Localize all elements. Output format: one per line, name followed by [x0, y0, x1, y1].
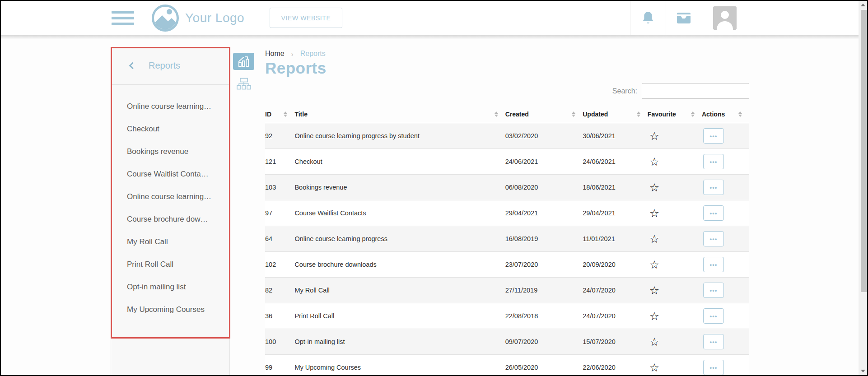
sidebar-item-report[interactable]: Online course learning…	[111, 95, 229, 118]
column-header-favourite[interactable]: Favourite	[648, 107, 702, 123]
chart-view-button[interactable]	[233, 53, 254, 70]
sidebar-back-header[interactable]: Reports	[111, 47, 229, 85]
breadcrumb-home-link[interactable]: Home	[265, 50, 285, 58]
row-actions-button[interactable]: •••	[703, 205, 724, 221]
sidebar-item-report[interactable]: Print Roll Call	[111, 253, 229, 276]
favourite-star-icon[interactable]: ☆	[649, 233, 659, 245]
cell-id: 36	[265, 303, 294, 329]
sidebar-item-report[interactable]: Bookings revenue	[111, 140, 229, 163]
sidebar-item-report[interactable]: My Upcoming Courses	[111, 298, 229, 321]
cell-favourite: ☆	[648, 252, 702, 278]
favourite-star-icon[interactable]: ☆	[649, 208, 659, 219]
cell-title: Opt-in mailing list	[294, 329, 505, 355]
sort-arrows-icon[interactable]	[691, 111, 695, 117]
notifications-button[interactable]	[630, 1, 666, 35]
table-row: 121Checkout24/06/202124/06/2021☆•••	[265, 149, 749, 175]
chevron-left-icon	[129, 62, 136, 70]
cell-created: 23/07/2020	[505, 252, 583, 278]
cell-updated: 11/01/2021	[583, 226, 648, 252]
column-label: Favourite	[648, 111, 676, 118]
cell-actions: •••	[702, 175, 749, 200]
cell-actions: •••	[702, 329, 749, 355]
favourite-star-icon[interactable]: ☆	[649, 156, 659, 167]
row-actions-button[interactable]: •••	[703, 334, 724, 349]
table-body: 92Online course learning progress by stu…	[265, 123, 749, 376]
sidebar-item-report[interactable]: My Roll Call	[111, 231, 229, 253]
cell-created: 16/08/2019	[505, 226, 583, 252]
cell-title: Checkout	[294, 149, 505, 175]
cell-updated: 24/07/2020	[583, 303, 648, 329]
cell-title: Online course learning progress	[294, 226, 505, 252]
cell-actions: •••	[702, 226, 749, 252]
scroll-up-button[interactable]	[859, 1, 867, 9]
cell-favourite: ☆	[648, 355, 702, 376]
cell-favourite: ☆	[648, 149, 702, 175]
cell-actions: •••	[702, 149, 749, 175]
sort-arrows-icon[interactable]	[572, 111, 575, 117]
row-actions-button[interactable]: •••	[703, 360, 724, 375]
table-row: 82My Roll Call27/11/201924/07/2020☆•••	[265, 278, 749, 303]
favourite-star-icon[interactable]: ☆	[649, 285, 659, 296]
hamburger-menu-icon[interactable]	[112, 11, 134, 25]
column-header-created[interactable]: Created	[505, 107, 583, 123]
sidebar-item-report[interactable]: Course brochure dow…	[111, 208, 229, 231]
cell-created: 29/04/2021	[505, 200, 583, 226]
app-window: Your Logo VIEW WEBSITE	[0, 0, 868, 376]
table-row: 64Online course learning progress16/08/2…	[265, 226, 749, 252]
row-actions-button[interactable]: •••	[703, 128, 724, 144]
cell-id: 64	[265, 226, 294, 252]
cell-updated: 30/06/2021	[583, 123, 648, 149]
bell-icon	[642, 11, 654, 25]
cell-actions: •••	[702, 252, 749, 278]
sort-arrows-icon[interactable]	[495, 111, 498, 117]
sort-arrows-icon[interactable]	[637, 111, 640, 117]
row-actions-button[interactable]: •••	[703, 180, 724, 195]
favourite-star-icon[interactable]: ☆	[649, 259, 659, 270]
sidebar-item-report[interactable]: Opt-in mailing list	[111, 276, 229, 298]
row-actions-button[interactable]: •••	[703, 154, 724, 169]
view-toggle-rail	[233, 53, 254, 90]
row-actions-button[interactable]: •••	[703, 257, 724, 272]
scrollbar-thumb[interactable]	[861, 10, 867, 292]
vertical-scrollbar[interactable]	[859, 1, 867, 375]
cell-title: My Upcoming Courses	[294, 355, 505, 376]
cell-actions: •••	[702, 123, 749, 149]
sidebar-item-report[interactable]: Course Waitlist Conta…	[111, 163, 229, 186]
scroll-down-button[interactable]	[859, 367, 867, 375]
sitemap-view-button[interactable]	[237, 78, 251, 90]
cell-favourite: ☆	[648, 226, 702, 252]
logo[interactable]: Your Logo	[151, 4, 244, 32]
favourite-star-icon[interactable]: ☆	[649, 311, 659, 322]
breadcrumb-current: Reports	[300, 50, 326, 58]
column-header-actions[interactable]: Actions	[702, 107, 749, 123]
breadcrumb-separator-icon: ›	[291, 50, 294, 58]
favourite-star-icon[interactable]: ☆	[649, 336, 659, 348]
sidebar-item-report[interactable]: Online course learning…	[111, 186, 229, 208]
favourite-star-icon[interactable]: ☆	[649, 182, 659, 193]
cell-title: Course brochure downloads	[294, 252, 505, 278]
cell-actions: •••	[702, 303, 749, 329]
sidebar-item-report[interactable]: Checkout	[111, 118, 229, 140]
cell-id: 82	[265, 278, 294, 303]
table-row: 99My Upcoming Courses26/05/202022/06/202…	[265, 355, 749, 376]
inbox-button[interactable]	[666, 1, 701, 35]
cell-id: 103	[265, 175, 294, 200]
sidebar-report-list: Online course learning…CheckoutBookings …	[111, 85, 229, 321]
row-actions-button[interactable]: •••	[703, 308, 724, 324]
cell-actions: •••	[702, 200, 749, 226]
favourite-star-icon[interactable]: ☆	[649, 362, 659, 373]
column-label: Created	[505, 111, 529, 118]
column-header-updated[interactable]: Updated	[583, 107, 648, 123]
row-actions-button[interactable]: •••	[703, 231, 724, 246]
sort-arrows-icon[interactable]	[284, 111, 287, 117]
column-header-title[interactable]: Title	[294, 107, 505, 123]
search-input[interactable]	[642, 83, 749, 99]
user-avatar[interactable]	[713, 6, 737, 30]
view-website-button[interactable]: VIEW WEBSITE	[270, 8, 342, 28]
cell-title: Bookings revenue	[294, 175, 505, 200]
column-header-id[interactable]: ID	[265, 107, 294, 123]
favourite-star-icon[interactable]: ☆	[649, 130, 659, 142]
sort-arrows-icon[interactable]	[738, 111, 742, 117]
row-actions-button[interactable]: •••	[703, 283, 724, 298]
bar-chart-icon	[238, 56, 250, 67]
